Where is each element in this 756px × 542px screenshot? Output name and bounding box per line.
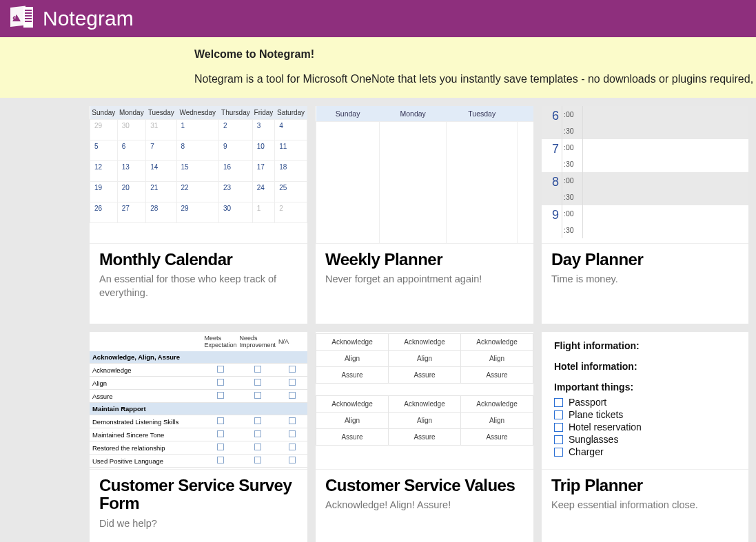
survey-section-header: Maintain Rapport (90, 403, 307, 415)
calendar-cell: 25 (275, 182, 307, 202)
value-cell: Assure (316, 429, 389, 446)
survey-row-label: Demonstrated Listening Skills (90, 415, 203, 428)
calendar-day-header: Thursday (219, 106, 253, 120)
card-title: Trip Planner (551, 477, 739, 494)
card-title: Weekly Planner (325, 251, 524, 269)
banner-text: Notegram is a tool for Microsoft OneNote… (194, 73, 756, 85)
welcome-banner: Welcome to Notegram! Notegram is a tool … (0, 37, 756, 98)
checkbox-icon (217, 430, 224, 437)
week-day-header: Tuesday (447, 106, 518, 122)
checkbox-icon (217, 392, 224, 399)
template-grid: SundayMondayTuesdayWednesdayThursdayFrid… (0, 98, 756, 542)
app-logo-icon: ‹ (10, 5, 43, 32)
template-card-trip-planner[interactable]: Flight information:Hotel information:Imp… (542, 332, 748, 542)
calendar-cell: 18 (275, 161, 307, 182)
hour-label: 9 (542, 205, 562, 238)
calendar-cell: 16 (219, 161, 253, 182)
calendar-cell: 26 (90, 202, 118, 223)
template-card-day-planner[interactable]: 6:00:307:00:308:00:309:00:30 Day Planner… (542, 106, 748, 324)
calendar-cell: 13 (117, 161, 146, 182)
calendar-cell: 22 (176, 182, 218, 202)
value-cell: Acknowledge (461, 396, 533, 413)
calendar-cell: 24 (252, 182, 274, 202)
survey-row-label: Acknowledge (90, 364, 203, 377)
trip-item: Hotel reservation (554, 421, 736, 432)
app-title: Notegram (43, 7, 134, 30)
calendar-cell: 1 (176, 120, 218, 140)
calendar-cell: 30 (219, 202, 253, 223)
calendar-cell: 31 (146, 120, 176, 140)
checkbox-icon (289, 430, 296, 437)
minute-labels: :00:30 (562, 106, 583, 139)
banner-title: Welcome to Notegram! (194, 48, 756, 61)
week-day-header: Wedne (518, 106, 533, 122)
checkbox-icon (217, 366, 224, 373)
svg-rect-6 (25, 21, 32, 22)
template-card-survey-form[interactable]: Meets ExpectationNeeds ImprovementN/A Ac… (90, 332, 307, 542)
calendar-day-header: Friday (252, 106, 274, 120)
trip-item: Passport (554, 397, 736, 408)
trip-item-label: Hotel reservation (569, 421, 642, 432)
checkbox-icon (554, 423, 563, 432)
time-slot (583, 205, 748, 238)
calendar-cell: 2 (219, 120, 253, 140)
checkbox-icon (289, 457, 296, 463)
hour-label: 8 (542, 172, 562, 205)
value-cell: Assure (389, 367, 461, 384)
calendar-cell: 9 (219, 140, 253, 161)
card-desc: Time is money. (551, 273, 739, 286)
value-cell: Align (316, 351, 389, 367)
checkbox-icon (254, 417, 261, 424)
calendar-cell: 3 (252, 120, 274, 140)
checkbox-icon (217, 379, 224, 386)
survey-row-label: Maintained Sincere Tone (90, 428, 203, 441)
calendar-cell: 17 (252, 161, 274, 182)
calendar-cell: 15 (176, 161, 218, 182)
hour-label: 7 (542, 139, 562, 172)
trip-item-label: Plane tickets (569, 409, 623, 420)
value-cell: Align (461, 351, 533, 367)
time-slot (583, 172, 748, 205)
trip-item-label: Passport (569, 397, 606, 408)
card-desc: Never forget an appointment again! (325, 273, 524, 286)
thumbnail-trip-planner: Flight information:Hotel information:Imp… (542, 332, 748, 470)
calendar-cell: 29 (90, 120, 118, 140)
value-cell: Align (389, 351, 461, 367)
week-day-header: Monday (380, 106, 447, 122)
calendar-cell: 29 (176, 202, 218, 223)
checkbox-icon (289, 392, 296, 399)
survey-section-header: Acknowledge, Align, Assure (90, 351, 307, 364)
template-card-monthly-calendar[interactable]: SundayMondayTuesdayWednesdayThursdayFrid… (90, 106, 307, 324)
svg-text:‹: ‹ (12, 12, 16, 23)
checkbox-icon (217, 444, 224, 450)
template-card-weekly-planner[interactable]: SundayMondayTuesdayWedne Weekly Planner … (316, 106, 533, 324)
trip-heading: Hotel information: (554, 361, 736, 372)
minute-labels: :00:30 (562, 139, 583, 172)
calendar-cell: 12 (90, 161, 118, 182)
time-slot (583, 139, 748, 172)
app-header: ‹ Notegram (0, 0, 756, 37)
calendar-day-header: Monday (117, 106, 146, 120)
svg-rect-4 (25, 15, 32, 17)
trip-item: Charger (554, 446, 736, 457)
template-card-service-values[interactable]: AcknowledgeAcknowledgeAcknowledgeAlignAl… (316, 332, 533, 542)
minute-labels: :00:30 (562, 205, 583, 238)
week-day-header: Sunday (316, 106, 380, 122)
checkbox-icon (554, 398, 563, 407)
calendar-day-header: Wednesday (176, 106, 218, 120)
survey-row-label: Used Positive Language (90, 455, 203, 468)
checkbox-icon (289, 444, 296, 450)
value-cell: Align (461, 413, 533, 429)
trip-item: Plane tickets (554, 409, 736, 420)
calendar-cell: 21 (146, 182, 176, 202)
calendar-day-header: Sunday (90, 106, 118, 120)
hour-label: 6 (542, 106, 562, 139)
checkbox-icon (254, 444, 261, 450)
thumbnail-day-planner: 6:00:307:00:308:00:309:00:30 (542, 106, 748, 244)
checkbox-icon (254, 457, 261, 463)
card-title: Customer Service Values (325, 477, 524, 494)
thumbnail-monthly-calendar: SundayMondayTuesdayWednesdayThursdayFrid… (90, 106, 307, 244)
checkbox-icon (289, 417, 296, 424)
value-cell: Align (389, 413, 461, 429)
calendar-cell: 27 (117, 202, 146, 223)
